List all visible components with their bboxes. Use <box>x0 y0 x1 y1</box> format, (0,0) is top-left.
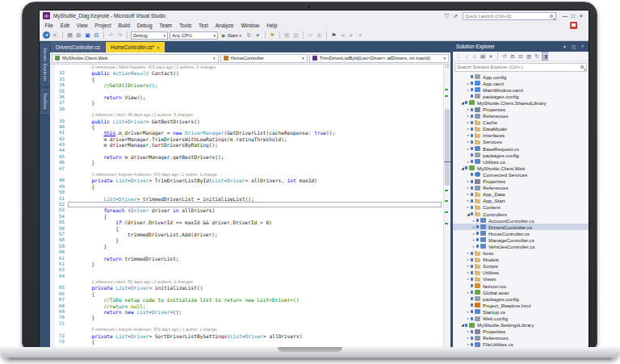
code-line[interactable]: 58} <box>55 237 443 243</box>
bookmark-next-icon[interactable]: ► <box>348 31 355 39</box>
code-line[interactable]: 32public ActionResult Contact() <box>55 70 443 76</box>
code-line[interactable]: 71 <box>55 321 443 327</box>
comment-icon[interactable]: ≡ <box>307 31 314 39</box>
code-line[interactable]: 51List<Driver> trimmedDriverList = initi… <box>55 196 443 202</box>
menu-tools[interactable]: Tools <box>176 23 195 28</box>
code-line[interactable]: 55if (driver.DriverId <= maxId && driver… <box>55 220 443 225</box>
code-line[interactable]: 57trimmedDriverList.Add(driver); <box>55 232 443 237</box>
se-sync-with-active-icon[interactable]: ↺ <box>501 52 508 60</box>
tree-item-global-asax[interactable]: ▸Global.asax <box>453 289 589 295</box>
maximize-button[interactable]: □ <box>569 13 577 19</box>
menu-file[interactable]: File <box>41 23 57 28</box>
tree-item-web-config[interactable]: ▸Web.config <box>453 315 589 321</box>
tree-item-utilities[interactable]: ▸Utilities <box>453 270 589 276</box>
feedback-icon[interactable]: ▽ <box>445 12 449 19</box>
tree-item-packages-config[interactable]: packages.config <box>453 93 589 99</box>
code-line[interactable]: 45return m_driverManager.getBestDrivers(… <box>55 154 443 160</box>
uncomment-icon[interactable]: ≣ <box>316 31 323 39</box>
se-properties-icon[interactable]: ⊡ <box>517 52 524 60</box>
menu-analyze[interactable]: Analyze <box>212 23 237 28</box>
new-project-icon[interactable]: ▤ <box>66 31 73 39</box>
document-tab-homecontroller-cs[interactable]: HomeController.cs*× <box>106 42 165 52</box>
code-line[interactable]: 40{ <box>55 124 443 130</box>
code-line[interactable]: 50 <box>55 190 443 195</box>
tree-item-utilities-cs[interactable]: ▸Utilities.cs <box>453 158 589 165</box>
codelens-row[interactable]: 0 references | Nikhil Kapildev, 470 days… <box>55 65 443 70</box>
tree-item-app-xaml[interactable]: ▸App.xaml <box>453 80 589 86</box>
member-dropdown[interactable]: TrimDriverListById(List<Driver> allDrive… <box>309 54 449 63</box>
code-line[interactable]: 73{ <box>55 339 443 345</box>
solution-platform-dropdown[interactable]: Any CPU ▾ <box>170 31 218 40</box>
side-tab-server-explorer[interactable]: Server Explorer <box>41 44 49 86</box>
find-in-files-icon[interactable]: ▤ <box>283 31 291 39</box>
tree-item-managecontroller-cs[interactable]: ▸ManageController.cs <box>453 236 589 243</box>
undo-icon[interactable]: ↶ <box>107 31 115 39</box>
close-button[interactable]: × <box>577 13 585 19</box>
tree-item-properties[interactable]: ▸Properties <box>453 178 589 185</box>
code-line[interactable]: 46} <box>55 160 443 165</box>
se-forward-icon[interactable]: ○ <box>463 52 470 60</box>
tree-item-datamodel[interactable]: ▸DataModel <box>453 126 589 132</box>
se-close-icon[interactable]: × <box>580 44 585 49</box>
menu-team[interactable]: Team <box>156 23 176 28</box>
side-tab-toolbox[interactable]: Toolbox <box>41 89 49 114</box>
document-tab-driverscontroller-cs[interactable]: DriversController.cs <box>51 42 105 52</box>
code-line[interactable]: 62} <box>55 261 443 267</box>
tree-item-myshuttle-client-sharedlibrary[interactable]: ◢MyShuttle.Client.SharedLibrary <box>453 99 589 106</box>
nav-forward-icon[interactable]: ► <box>52 31 59 39</box>
tree-item-controllers[interactable]: ◢Controllers <box>453 211 589 217</box>
notification-badge[interactable] <box>570 22 577 29</box>
menu-window[interactable]: Window <box>237 23 263 28</box>
code-line[interactable]: 59} <box>55 244 443 249</box>
quick-launch-input[interactable] <box>463 14 550 19</box>
tree-item-packages-config[interactable]: packages.config <box>453 295 589 302</box>
menu-build[interactable]: Build <box>115 23 133 28</box>
tree-item-cache[interactable]: ▸Cache <box>453 119 589 126</box>
document-outline-icon[interactable]: ▥ <box>292 31 300 39</box>
se-home-icon[interactable]: ⌂ <box>471 52 478 60</box>
tree-item-models[interactable]: ▸Models <box>453 257 589 263</box>
tree-item-views[interactable]: ▸Views <box>453 276 589 282</box>
codelens-row[interactable]: 0 references | Kaycee Anderson, 470 days… <box>55 172 443 178</box>
add-item-icon[interactable]: ⊞ <box>75 31 82 39</box>
code-line[interactable]: 68//return null; <box>55 303 443 309</box>
menu-edit[interactable]: Edit <box>57 23 73 28</box>
refresh-caret-icon[interactable]: ▾ <box>254 31 262 39</box>
se-views-caret-icon[interactable]: ▾ <box>488 52 494 60</box>
se-show-all-files-icon[interactable]: ▥ <box>526 52 532 60</box>
tree-item-favicon-ico[interactable]: favicon.ico <box>453 282 589 289</box>
code-line[interactable]: 56{ <box>55 226 443 232</box>
tree-item-baserequest-cs[interactable]: ▸BaseRequest.cs <box>453 145 589 152</box>
se-window-position-icon[interactable]: ▾ <box>562 44 568 49</box>
start-debug-button[interactable]: ▶ Start ▾ <box>220 32 244 38</box>
codelens-row[interactable]: 0 references | Kaycee Anderson, 470 days… <box>55 327 443 333</box>
code-line[interactable]: 39public List<Driver> GetBestDrivers() <box>55 119 443 124</box>
se-pin-icon[interactable]: ◫ <box>571 44 576 49</box>
code-line[interactable]: 61return trimmedDriverList; <box>55 256 443 261</box>
tree-item-driverscontroller-cs[interactable]: ▸DriversController.cs <box>453 224 589 230</box>
code-line[interactable]: 53foreach (Driver driver in allDrivers) <box>55 207 443 213</box>
se-collapse-all-icon[interactable]: ⊟ <box>509 52 516 60</box>
code-line[interactable]: 33{ <box>55 77 443 82</box>
tree-item-connected-services[interactable]: Connected Services <box>453 171 589 178</box>
code-line[interactable]: 67//ToDo setup code to initialize list t… <box>55 297 443 303</box>
tree-item-project-readme-html[interactable]: Project_Readme.html <box>453 302 589 308</box>
code-line[interactable]: 38 <box>55 107 443 112</box>
code-line[interactable]: 43m_driverManager.SortDriversByRating(); <box>55 142 443 148</box>
code-line[interactable]: 44 <box>55 148 443 153</box>
tree-item-app-data[interactable]: ▸App_Data <box>453 191 589 198</box>
type-dropdown[interactable]: HomeController ▾ <box>220 54 308 63</box>
se-back-icon[interactable]: ○ <box>455 52 462 60</box>
search-box[interactable] <box>455 63 587 72</box>
code-line[interactable]: 41this.m_driverManager = new DriverManag… <box>55 130 443 136</box>
nav-back-icon[interactable]: ◄ <box>43 31 50 39</box>
tree-item-vehiclescontroller-cs[interactable]: ▸VehiclesController.cs <box>453 243 589 249</box>
solution-explorer-header[interactable]: Solution Explorer ▾◫× <box>453 41 589 52</box>
tree-item-homecontroller-cs[interactable]: ▸HomeController.cs <box>453 230 589 236</box>
solution-configuration-dropdown[interactable]: Debug ▾ <box>131 31 168 40</box>
tree-item-scripts[interactable]: ▸Scripts <box>453 263 589 270</box>
tree-item-references[interactable]: ▸References <box>453 185 589 191</box>
code-line[interactable]: 34//GetAllDrivers(); <box>55 82 443 88</box>
tree-item-mainwindow-xaml[interactable]: ▸MainWindow.xaml <box>453 86 589 93</box>
scrollbar-thumb[interactable] <box>445 109 450 186</box>
